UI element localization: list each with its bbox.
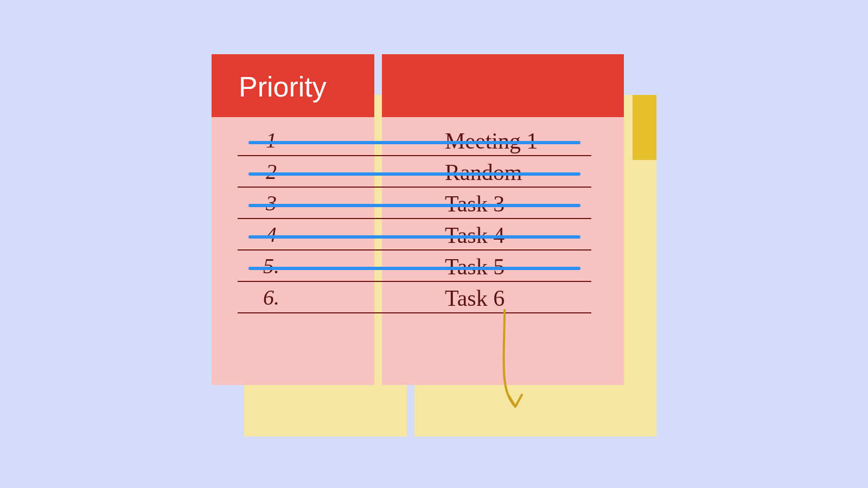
row-label: Task 6 — [445, 285, 505, 311]
back-card-tab — [633, 95, 656, 160]
strike-line — [248, 172, 580, 176]
card-header-blank — [382, 54, 624, 117]
list-item: 5. Task 5 — [212, 251, 624, 282]
row-number: 1 — [212, 127, 331, 153]
list-item: 1 Meeting 1 — [212, 125, 624, 156]
row-number: 3 — [212, 190, 331, 216]
list-item: 4 Task 4 — [212, 219, 624, 251]
strike-line — [248, 204, 580, 207]
strike-line — [248, 267, 580, 270]
row-number: 6. — [212, 285, 331, 310]
list-item: 6. Task 6 — [212, 282, 624, 313]
list-item: 3 Task 3 — [212, 188, 624, 219]
carryover-arrow-icon — [483, 309, 548, 434]
strike-line — [248, 235, 580, 239]
strike-line — [248, 141, 580, 144]
task-list: 1 Meeting 1 2 Random 3 Task 3 4 Task 4 5… — [212, 125, 624, 313]
card-title: Priority — [212, 54, 374, 117]
row-number: 5. — [212, 253, 331, 279]
row-number: 2 — [212, 159, 331, 184]
row-number: 4 — [212, 222, 331, 247]
diagram-stage: Priority 1 Meeting 1 2 Random 3 Task 3 4… — [212, 54, 656, 434]
list-item: 2 Random — [212, 156, 624, 188]
